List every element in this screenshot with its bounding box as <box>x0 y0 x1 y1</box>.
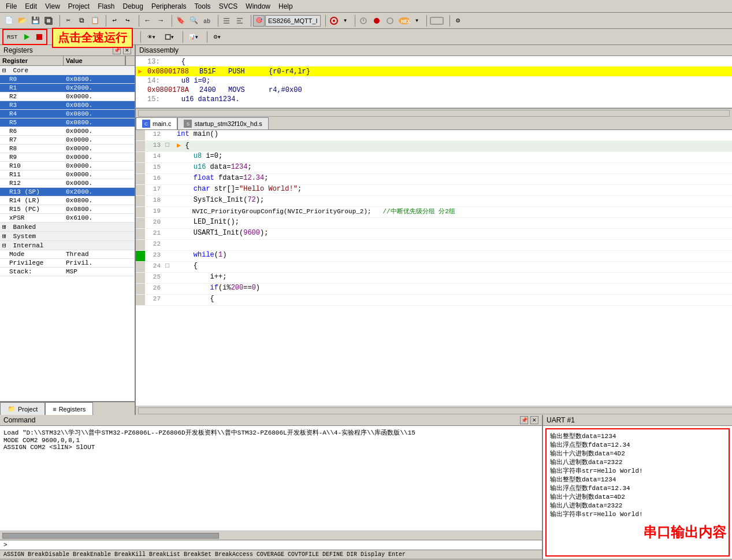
replace-button[interactable]: ab <box>200 14 213 27</box>
save-button[interactable]: 💾 <box>29 14 42 27</box>
linenum-27: 27 <box>145 295 165 302</box>
extra-tools[interactable]: ⚙▾ <box>209 31 224 43</box>
reg-row-privilege[interactable]: Privilege Privil. <box>0 259 135 268</box>
code-line-16: 16 float fdata=12.34; <box>136 174 732 185</box>
menu-window[interactable]: Window <box>242 1 274 12</box>
menu-tools[interactable]: Tools <box>191 1 214 12</box>
cmd-pin-icon[interactable]: 📌 <box>520 416 528 424</box>
tab-startup[interactable]: S startup_stm32f10x_hd.s <box>177 117 268 129</box>
reg-row-r11[interactable]: R11 0x0000. <box>0 170 135 179</box>
reg-row-r5[interactable]: R5 0x0800. <box>0 118 135 127</box>
cmd-hscroll[interactable] <box>0 531 542 540</box>
cmd-input-line[interactable]: > <box>0 540 542 550</box>
target-settings-button[interactable] <box>328 14 340 27</box>
copy-button[interactable]: ⧉ <box>75 14 88 27</box>
reg-row-r6[interactable]: R6 0x0000. <box>0 127 135 136</box>
run-full-button[interactable] <box>20 31 33 43</box>
reg-row-r4[interactable]: R4 0x0800. <box>0 110 135 118</box>
registers-tab-icon: ≡ <box>53 406 56 413</box>
stop-debug-button[interactable] <box>33 31 46 43</box>
monitor-button[interactable] <box>429 14 445 27</box>
project-tab-label: Project <box>18 406 38 413</box>
uart-line-2: 输出浮点型数fdata=12.34 <box>550 440 725 449</box>
logic-dropdown[interactable]: 📊▾ <box>185 31 202 43</box>
reg-group-internal[interactable]: ⊟ Internal <box>0 241 135 250</box>
disasm-hscroll[interactable] <box>136 108 732 117</box>
menu-file[interactable]: File <box>2 1 20 12</box>
menu-view[interactable]: View <box>42 1 64 12</box>
paste-button[interactable]: 📋 <box>88 14 101 27</box>
system-expand-icon[interactable]: ⊞ <box>2 232 9 240</box>
menu-flash[interactable]: Flash <box>94 1 118 12</box>
internal-expand-icon[interactable]: ⊟ <box>2 242 9 249</box>
disasm-content[interactable]: 13: { ▶ 0x08001788 B51F PUSH {r0-r4,lr} … <box>136 56 732 108</box>
hex-button[interactable]: HEX <box>397 14 412 27</box>
menu-peripherals[interactable]: Peripherals <box>148 1 190 12</box>
reg-row-mode[interactable]: Mode Thread <box>0 250 135 259</box>
menu-help[interactable]: Help <box>275 1 296 12</box>
sep-4 <box>169 15 172 27</box>
back-button[interactable]: ← <box>141 14 154 27</box>
redo-button[interactable]: ↪ <box>121 14 134 27</box>
reg-row-r3[interactable]: R3 0x0800. <box>0 101 135 110</box>
reg-row-r9[interactable]: R9 0x0000. <box>0 153 135 162</box>
banked-expand-icon[interactable]: ⊞ <box>2 223 9 231</box>
undo-button[interactable]: ↩ <box>108 14 121 27</box>
reg-row-r0[interactable]: R0 0x0800. <box>0 75 135 84</box>
svg-text:ab: ab <box>203 18 210 25</box>
reg-row-r15[interactable]: R15 (PC) 0x0800. <box>0 205 135 214</box>
forward-button[interactable]: → <box>154 14 167 27</box>
menu-debug[interactable]: Debug <box>120 1 147 12</box>
main-c-icon: C <box>142 120 150 128</box>
reg-group-core[interactable]: ⊟ Core <box>0 66 135 75</box>
code-hscroll[interactable] <box>136 406 732 415</box>
open-button[interactable]: 📂 <box>16 14 28 27</box>
code-area[interactable]: 12 int main() 13 □ ▶ { <box>136 130 732 406</box>
target-dropdown[interactable]: ▾ <box>341 14 350 27</box>
circle1-button[interactable] <box>384 14 396 27</box>
menu-project[interactable]: Project <box>65 1 93 12</box>
new-button[interactable]: 📄 <box>2 14 15 27</box>
tab-main-c[interactable]: C main.c <box>136 117 177 129</box>
run-stop-button[interactable] <box>370 14 383 27</box>
cmd-line-2: MODE COM2 9600,0,8,1 <box>3 437 538 444</box>
cmd-close-icon[interactable]: ✕ <box>530 416 538 424</box>
sep-d5 <box>204 31 207 43</box>
disasm-arrow-1788: ▶ <box>138 67 147 76</box>
disasm-ops-15: u16 datan1234. <box>165 95 240 103</box>
cut-button[interactable]: ✂ <box>62 14 75 27</box>
core-expand-icon[interactable]: ⊟ <box>2 66 9 74</box>
rst-button[interactable]: RST <box>4 31 20 43</box>
tab-registers[interactable]: ≡ Registers <box>45 402 93 415</box>
debug-more-button[interactable]: ▾ <box>413 14 422 27</box>
reg-row-stack[interactable]: Stack: MSP <box>0 268 135 276</box>
tab-project[interactable]: 📁 Project <box>0 402 45 415</box>
reg-row-r7[interactable]: R7 0x0000. <box>0 136 135 144</box>
reg-row-xpsr[interactable]: xPSR 0x6100. <box>0 214 135 222</box>
code-text-19: NVIC_PriorityGroupConfig(NVIC_PriorityGr… <box>174 207 732 216</box>
debug-settings-button[interactable] <box>357 14 370 27</box>
reg-row-r1[interactable]: R1 0x2000. <box>0 84 135 92</box>
disasm-bytes-178a: 2400 <box>199 86 228 94</box>
code-line-22: 22 <box>136 240 732 251</box>
reg-row-r10[interactable]: R10 0x0000. <box>0 162 135 170</box>
reg-group-banked[interactable]: ⊞ Banked <box>0 222 135 232</box>
watch-dropdown[interactable]: 👁▾ <box>143 31 160 43</box>
menu-edit[interactable]: Edit <box>21 1 40 12</box>
reg-group-system[interactable]: ⊞ System <box>0 232 135 241</box>
memory-dropdown[interactable]: 🔲▾ <box>161 31 178 43</box>
unindent-button[interactable] <box>233 14 246 27</box>
tools-button[interactable]: ⚙ <box>452 14 465 27</box>
menu-svcs[interactable]: SVCS <box>215 1 241 12</box>
bookmark-button[interactable]: 🔖 <box>174 14 187 27</box>
reg-row-r12[interactable]: R12 0x0000. <box>0 179 135 188</box>
reg-scroll-area[interactable]: ⊟ Core R0 0x0800. R1 0x2000. R2 0x0000. … <box>0 66 135 401</box>
saveall-button[interactable] <box>42 14 55 27</box>
find-button[interactable]: 🔍 <box>187 14 200 27</box>
disasm-arrow-13 <box>138 58 147 66</box>
reg-row-r13[interactable]: R13 (SP) 0x2000. <box>0 188 135 196</box>
indent-button[interactable] <box>220 14 233 27</box>
reg-row-r8[interactable]: R8 0x0000. <box>0 144 135 153</box>
reg-row-r14[interactable]: R14 (LR) 0x0800. <box>0 196 135 205</box>
reg-row-r2[interactable]: R2 0x0000. <box>0 92 135 101</box>
